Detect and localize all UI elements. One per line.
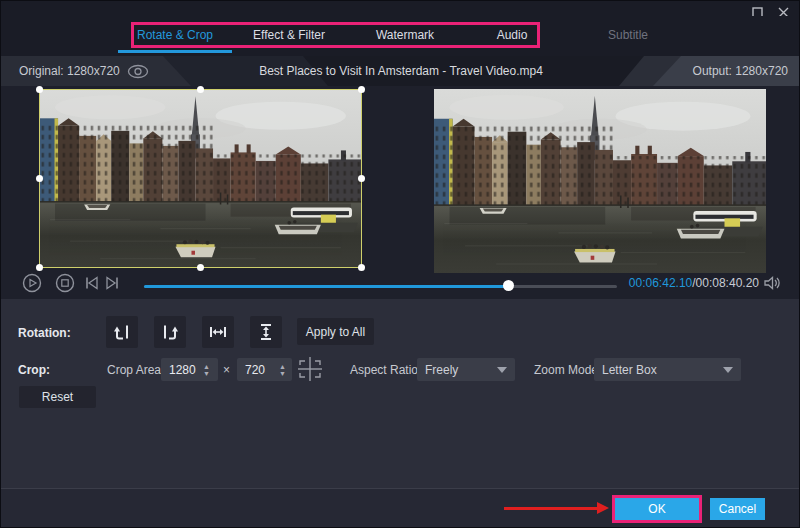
active-tab-underline bbox=[118, 50, 232, 53]
video-title: Best Places to Visit In Amsterdam - Trav… bbox=[1, 56, 800, 86]
progress-knob[interactable] bbox=[503, 280, 514, 291]
crop-handle-w[interactable] bbox=[36, 175, 43, 182]
aspect-ratio-value: Freely bbox=[425, 363, 458, 377]
rotate-right-button[interactable] bbox=[154, 316, 186, 348]
previous-frame-button[interactable] bbox=[82, 273, 102, 293]
crop-handle-se[interactable] bbox=[358, 264, 365, 271]
crop-handle-s[interactable] bbox=[197, 264, 204, 271]
apply-to-all-button[interactable]: Apply to All bbox=[297, 318, 374, 345]
annotation-arrow-head bbox=[597, 502, 609, 514]
zoom-mode-dropdown[interactable]: Letter Box bbox=[594, 358, 741, 381]
preview-eye-icon[interactable] bbox=[127, 64, 149, 79]
aspect-ratio-dropdown[interactable]: Freely bbox=[417, 358, 515, 381]
info-bar: Original: 1280x720 Best Places to Visit … bbox=[1, 56, 800, 86]
crop-handle-nw[interactable] bbox=[36, 86, 43, 93]
crop-width-input[interactable] bbox=[161, 363, 197, 377]
chevron-down-icon bbox=[497, 367, 507, 373]
crop-handle-ne[interactable] bbox=[358, 86, 365, 93]
tab-subtitle[interactable]: Subtitle bbox=[608, 28, 648, 42]
crop-handle-n[interactable] bbox=[197, 86, 204, 93]
next-frame-button[interactable] bbox=[102, 273, 122, 293]
output-preview-video bbox=[434, 89, 766, 273]
original-preview-video[interactable] bbox=[39, 89, 362, 268]
width-increment-arrow[interactable]: ▲ bbox=[199, 363, 214, 370]
crop-area-label: Crop Area: bbox=[107, 363, 164, 377]
crop-height-spinner: ▲ ▼ bbox=[237, 358, 292, 381]
chevron-down-icon bbox=[723, 367, 733, 373]
height-increment-arrow[interactable]: ▲ bbox=[275, 363, 290, 370]
height-decrement-arrow[interactable]: ▼ bbox=[275, 370, 290, 377]
annotation-highlight-ok: OK bbox=[612, 495, 702, 523]
rotate-left-button[interactable] bbox=[106, 316, 138, 348]
progress-fill bbox=[144, 285, 508, 288]
stop-button[interactable] bbox=[55, 273, 75, 293]
crop-label: Crop: bbox=[18, 363, 50, 377]
crop-width-spinner: ▲ ▼ bbox=[161, 358, 218, 381]
cancel-button[interactable]: Cancel bbox=[710, 498, 765, 520]
annotation-arrow bbox=[504, 507, 599, 510]
flip-horizontal-button[interactable] bbox=[202, 316, 234, 348]
crop-height-input[interactable] bbox=[237, 363, 273, 377]
crosshair-crop-icon[interactable] bbox=[295, 355, 325, 383]
tab-audio[interactable]: Audio bbox=[497, 28, 528, 42]
output-resolution-label: Output: 1280x720 bbox=[693, 56, 788, 86]
flip-vertical-button[interactable] bbox=[250, 316, 282, 348]
play-button[interactable] bbox=[22, 273, 42, 293]
multiply-sign: × bbox=[223, 363, 230, 377]
aspect-ratio-label: Aspect Ratio: bbox=[350, 363, 421, 377]
zoom-mode-value: Letter Box bbox=[602, 363, 657, 377]
width-decrement-arrow[interactable]: ▼ bbox=[199, 370, 214, 377]
ok-button[interactable]: OK bbox=[615, 498, 699, 520]
video-edit-dialog: Rotate & Crop Effect & Filter Watermark … bbox=[0, 0, 800, 528]
tab-rotate-crop[interactable]: Rotate & Crop bbox=[137, 28, 213, 42]
reset-button[interactable]: Reset bbox=[19, 386, 96, 408]
progress-slider[interactable] bbox=[144, 280, 617, 292]
crop-handle-e[interactable] bbox=[358, 175, 365, 182]
current-time: 00:06:42.10 bbox=[629, 276, 692, 290]
volume-icon[interactable] bbox=[763, 275, 781, 291]
title-bar bbox=[1, 1, 800, 16]
total-time: 00:08:40.20 bbox=[696, 276, 759, 290]
zoom-mode-label: Zoom Mode: bbox=[534, 363, 601, 377]
time-display: 00:06:42.10/00:08:40.20 bbox=[621, 273, 759, 293]
tab-effect-filter[interactable]: Effect & Filter bbox=[253, 28, 325, 42]
rotation-label: Rotation: bbox=[18, 326, 71, 340]
tab-watermark[interactable]: Watermark bbox=[376, 28, 434, 42]
crop-handle-sw[interactable] bbox=[36, 264, 43, 271]
